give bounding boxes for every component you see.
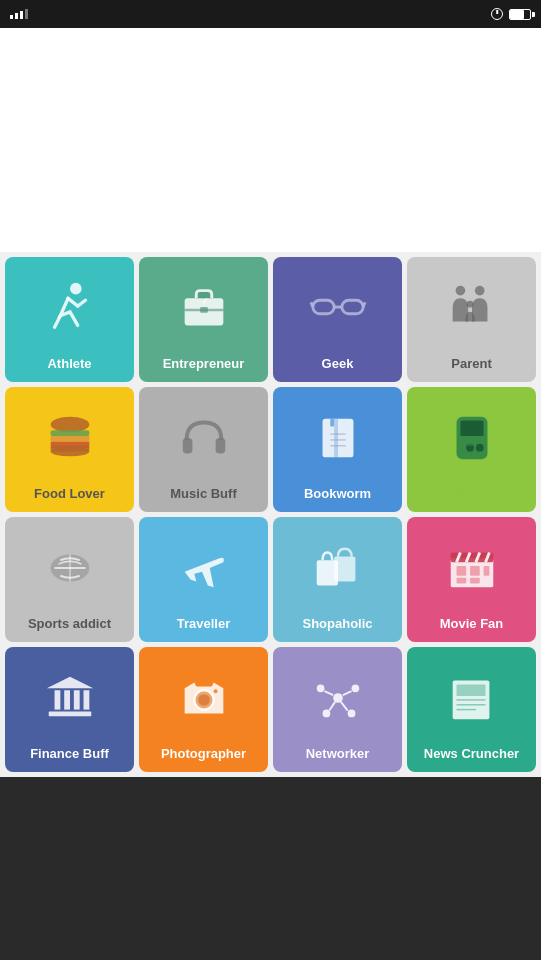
svg-rect-20 (215, 438, 225, 453)
gameboy-icon (412, 397, 531, 480)
clock-icon (491, 8, 503, 20)
svg-rect-47 (483, 566, 489, 576)
clapboard-icon (412, 527, 531, 610)
book-icon (278, 397, 397, 480)
svg-point-13 (50, 417, 89, 432)
interest-item-geek[interactable]: Geek (273, 257, 402, 382)
svg-line-65 (340, 702, 347, 711)
interest-label-moviefan: Movie Fan (440, 616, 504, 632)
bags-icon (278, 527, 397, 610)
svg-rect-15 (50, 436, 89, 442)
interest-item-gamer[interactable]: Gamer (407, 387, 536, 512)
interest-label-parent: Parent (451, 356, 491, 372)
svg-point-11 (474, 286, 484, 296)
svg-rect-51 (73, 690, 79, 709)
svg-rect-22 (334, 419, 338, 458)
svg-rect-28 (460, 421, 483, 436)
interest-label-newscruncher: News Cruncher (424, 746, 519, 762)
interest-label-foodlover: Food Lover (34, 486, 105, 502)
svg-rect-67 (456, 685, 485, 697)
svg-line-8 (310, 302, 312, 307)
svg-point-29 (475, 444, 483, 452)
svg-point-57 (333, 693, 343, 703)
interest-label-entrepreneur: Entrepreneur (163, 356, 245, 372)
svg-rect-31 (466, 444, 474, 446)
svg-point-12 (466, 301, 473, 308)
interest-label-bookworm: Bookworm (304, 486, 371, 502)
interest-label-geek: Geek (322, 356, 354, 372)
svg-rect-23 (330, 419, 334, 427)
interest-label-musicbuff: Music Buff (170, 486, 236, 502)
interest-item-financebuff[interactable]: Finance Buff (5, 647, 134, 772)
camera-icon (144, 657, 263, 740)
interest-item-networker[interactable]: Networker (273, 647, 402, 772)
status-bar (0, 0, 541, 28)
svg-point-59 (351, 685, 359, 693)
interest-item-newscruncher[interactable]: News Cruncher (407, 647, 536, 772)
family-icon (412, 267, 531, 350)
interest-label-shopaholic: Shopaholic (302, 616, 372, 632)
interests-grid: Athlete Entrepreneur Geek Parent (0, 252, 541, 777)
header (0, 28, 541, 252)
svg-marker-48 (46, 677, 92, 689)
svg-rect-36 (334, 557, 355, 582)
battery-icon (509, 9, 531, 20)
svg-point-0 (70, 283, 82, 295)
interest-label-athlete: Athlete (47, 356, 91, 372)
interest-label-photographer: Photographer (161, 746, 246, 762)
svg-point-61 (347, 710, 355, 718)
interest-label-networker: Networker (306, 746, 370, 762)
svg-rect-14 (50, 430, 89, 436)
briefcase-icon (144, 267, 263, 350)
svg-point-58 (316, 685, 324, 693)
svg-point-60 (322, 710, 330, 718)
interest-item-bookworm[interactable]: Bookworm (273, 387, 402, 512)
svg-point-56 (213, 690, 217, 694)
interest-item-athlete[interactable]: Athlete (5, 257, 134, 382)
glasses-icon (278, 267, 397, 350)
svg-line-62 (324, 691, 333, 695)
svg-rect-5 (312, 300, 333, 314)
status-left (10, 9, 36, 19)
interest-item-sportsaddict[interactable]: Sports addict (5, 517, 134, 642)
svg-point-10 (455, 286, 465, 296)
interest-label-financebuff: Finance Buff (30, 746, 109, 762)
svg-rect-3 (200, 307, 208, 313)
svg-rect-46 (470, 578, 480, 584)
status-right (491, 8, 531, 20)
interest-item-traveller[interactable]: Traveller (139, 517, 268, 642)
svg-line-63 (342, 691, 351, 695)
svg-line-9 (363, 302, 365, 307)
runner-icon (10, 267, 129, 350)
interest-item-moviefan[interactable]: Movie Fan (407, 517, 536, 642)
svg-rect-43 (456, 566, 466, 576)
burger-icon (10, 397, 129, 480)
svg-rect-49 (54, 690, 60, 709)
interest-item-musicbuff[interactable]: Music Buff (139, 387, 268, 512)
svg-rect-53 (48, 712, 91, 717)
interest-item-shopaholic[interactable]: Shopaholic (273, 517, 402, 642)
svg-rect-19 (182, 438, 192, 453)
interest-item-photographer[interactable]: Photographer (139, 647, 268, 772)
newspaper-icon (412, 657, 531, 740)
header-text (30, 50, 511, 77)
plane-icon (144, 527, 263, 610)
interest-item-entrepreneur[interactable]: Entrepreneur (139, 257, 268, 382)
interest-label-gamer: Gamer (451, 486, 492, 502)
svg-rect-6 (341, 300, 362, 314)
signal-bars (10, 9, 28, 19)
football-icon (10, 527, 129, 610)
bottom-bar (0, 777, 541, 961)
interest-label-sportsaddict: Sports addict (28, 616, 111, 632)
svg-point-55 (198, 694, 210, 706)
interest-item-parent[interactable]: Parent (407, 257, 536, 382)
headphones-icon (144, 397, 263, 480)
svg-rect-45 (456, 578, 466, 584)
bank-icon (10, 657, 129, 740)
svg-rect-50 (64, 690, 70, 709)
interest-item-foodlover[interactable]: Food Lover (5, 387, 134, 512)
svg-rect-44 (470, 566, 480, 576)
svg-rect-52 (83, 690, 89, 709)
network-icon (278, 657, 397, 740)
svg-line-64 (329, 702, 335, 711)
